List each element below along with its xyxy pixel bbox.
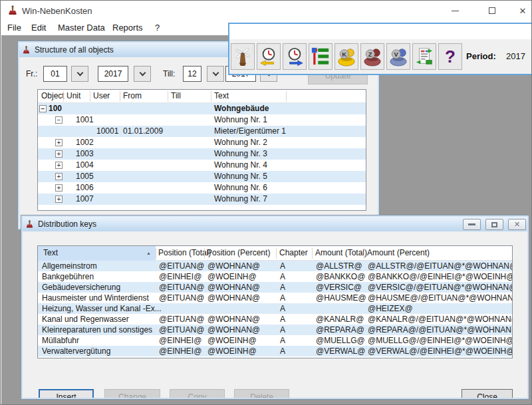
menu-edit[interactable]: Edit — [31, 21, 46, 35]
structure-table-row[interactable]: +1007Wohnung Nr. 7 — [38, 194, 366, 205]
till-month-input[interactable]: 12 — [183, 66, 201, 82]
windmill-icon — [233, 47, 253, 67]
distribution-table-row[interactable]: Gebäudeversicherung@EITUAN@@WOHNAN@A@VER… — [38, 282, 512, 293]
cell-4: @ALLSTR@ — [316, 261, 362, 271]
counters-button[interactable]: Z — [360, 43, 384, 70]
next-period-button[interactable] — [283, 43, 307, 70]
distribution-table-row[interactable]: Hausmeister und Winterdienst@EITUAN@@WOH… — [38, 293, 512, 303]
column-header-user[interactable]: User — [93, 90, 110, 102]
cell-0: Gebäudeversicherung — [42, 282, 120, 293]
window-seal-icon — [22, 45, 31, 55]
distribution-table-row[interactable]: Müllabfuhr@EINHEI@@WOEINH@A@MUELLG@@MUEL… — [38, 335, 512, 346]
structure-table-row[interactable]: +1004Wohnung Nr. 4 — [38, 160, 366, 171]
structure-table-row[interactable]: +1002Wohnung Nr. 2 — [38, 137, 366, 148]
windmill-button[interactable] — [231, 43, 255, 70]
child-restore-button[interactable] — [485, 219, 503, 230]
distribution-window-titlebar[interactable]: Distribution keys ✕ — [23, 217, 527, 231]
expander-plus-icon[interactable]: + — [55, 184, 63, 192]
menu-file[interactable]: File — [7, 21, 21, 35]
object-structure-icon — [311, 47, 331, 67]
structure-table-row[interactable]: +1003Wohnung Nr. 3 — [38, 148, 366, 160]
distribution-table-row[interactable]: Heizung, Wasser und Kanal -Ex...A@HEIZEX… — [38, 303, 512, 314]
menu-master-data[interactable]: Master Data — [58, 21, 105, 35]
column-header-amount-percent-[interactable]: Amount (Percent) — [367, 246, 430, 260]
cell-0: Kleinreparaturen und sonstiges — [42, 325, 152, 335]
cell-text: Wohnung Nr. 5 — [214, 171, 267, 182]
copy-button: Copy — [170, 389, 225, 398]
from-label: Fr.: — [26, 69, 37, 78]
cell-unit: 1002 — [76, 137, 94, 148]
column-header-chapter[interactable]: Chapter — [279, 246, 308, 260]
from-month-input[interactable]: 01 — [43, 66, 67, 82]
column-header-text[interactable]: Text — [214, 90, 229, 102]
object-structure-button[interactable] — [309, 43, 332, 70]
close-icon: ✕ — [514, 221, 520, 228]
cell-text: Wohnung Nr. 4 — [214, 160, 267, 171]
distribution-table-row[interactable]: Allgemeinstrom@EITUAN@@WOHNAN@A@ALLSTR@@… — [38, 261, 512, 271]
column-header-position-percent-[interactable]: Position (Percent) — [207, 246, 270, 260]
structure-table-row[interactable]: −100Wohngebäude — [38, 103, 366, 114]
expander-minus-icon[interactable]: − — [55, 116, 63, 124]
structure-table-row[interactable]: 1000101.01.2009Mieter/Eigentümer 1 — [38, 126, 366, 137]
application-window: Win-NebenKosten ✕ File Edit Master Data … — [0, 0, 532, 405]
cell-0: Allgemeinstrom — [42, 261, 97, 271]
help-button[interactable]: ? — [438, 43, 462, 70]
column-header-from[interactable]: From — [123, 90, 142, 102]
period-label: Period: — [466, 51, 496, 61]
cell-4: @HAUSME@ — [316, 293, 366, 303]
cell-3: A — [280, 261, 285, 271]
distribution-window-title: Distribution keys — [38, 219, 96, 229]
from-month-dropdown-button[interactable] — [71, 66, 88, 82]
maximize-button[interactable] — [481, 3, 503, 18]
svg-text:K: K — [342, 51, 346, 58]
close-button[interactable]: ✕ — [512, 3, 532, 18]
distribution-table-row[interactable]: Bankgebühren@EINHEI@@WOEINH@A@BANKKO@@BA… — [38, 271, 512, 282]
cell-4: @VERWAL@ — [316, 346, 365, 356]
expander-plus-icon[interactable]: + — [55, 150, 63, 158]
child-close-button[interactable]: ✕ — [508, 219, 526, 230]
close-dialog-button[interactable]: Close — [462, 389, 513, 398]
toolbar-window-titlebar[interactable] — [229, 24, 531, 39]
structure-table-row[interactable]: +1005Wohnung Nr. 5 — [38, 171, 366, 182]
header-separator — [120, 91, 120, 102]
distribution-table-row[interactable]: Kleinreparaturen und sonstiges@EITUAN@@W… — [38, 325, 512, 335]
column-header-position-total-[interactable]: Position (Total) — [158, 246, 211, 260]
menu-reports[interactable]: Reports — [112, 21, 143, 35]
till-month-dropdown-button[interactable] — [207, 66, 224, 82]
structure-table-header: ObjectUnitUserFromTillText — [38, 90, 366, 103]
distribution-keys-button[interactable]: V — [386, 43, 410, 70]
window-seal-icon — [25, 219, 34, 229]
minimize-icon — [468, 223, 475, 225]
cell-5: @KANALR@/@EITUAN@*@WOHNAN@ — [368, 314, 513, 325]
column-header-text[interactable]: Text — [43, 246, 58, 260]
column-header-object[interactable]: Object — [41, 90, 65, 102]
column-header-amount-total-[interactable]: Amount (Total) — [315, 246, 367, 260]
from-year-input[interactable]: 2017 — [98, 66, 128, 82]
cell-5: @BANKKO@/@EINHEI@*@WOEINH@ — [368, 271, 513, 282]
main-titlebar[interactable]: Win-NebenKosten ✕ — [1, 1, 531, 21]
distribution-table-row[interactable]: Kanal und Regenwasser@EITUAN@@WOHNAN@A@K… — [38, 314, 512, 325]
child-minimize-button[interactable] — [463, 219, 481, 230]
minimize-button[interactable] — [444, 3, 466, 18]
column-header-till[interactable]: Till — [171, 90, 181, 102]
chevron-down-icon — [139, 69, 146, 76]
accounts-button[interactable]: K — [334, 43, 358, 70]
expander-plus-icon[interactable]: + — [55, 173, 63, 180]
from-year-dropdown-button[interactable] — [134, 66, 151, 82]
previous-period-button[interactable] — [257, 43, 281, 70]
structure-table-row[interactable]: −1001Wohnung Nr. 1 — [38, 114, 366, 126]
expander-minus-icon[interactable]: − — [39, 105, 47, 112]
expander-plus-icon[interactable]: + — [55, 196, 63, 203]
report-button[interactable] — [412, 43, 436, 70]
distribution-table-row[interactable]: Verwaltervergütung@EINHEI@@WOEINH@A@VERW… — [38, 346, 512, 356]
menu-help[interactable]: ? — [155, 21, 160, 35]
structure-table-row[interactable]: +1006Wohnung Nr. 6 — [38, 182, 366, 194]
column-header-unit[interactable]: Unit — [66, 90, 80, 102]
cell-0: Kanal und Regenwasser — [42, 314, 129, 325]
insert-button[interactable]: Insert — [39, 389, 94, 398]
expander-plus-icon[interactable]: + — [55, 162, 63, 169]
sorted-column-header-cell[interactable]: Text▲ — [38, 246, 156, 261]
cell-2: @WOHNAN@ — [207, 282, 260, 293]
cell-3: A — [280, 282, 285, 293]
expander-plus-icon[interactable]: + — [55, 139, 63, 146]
